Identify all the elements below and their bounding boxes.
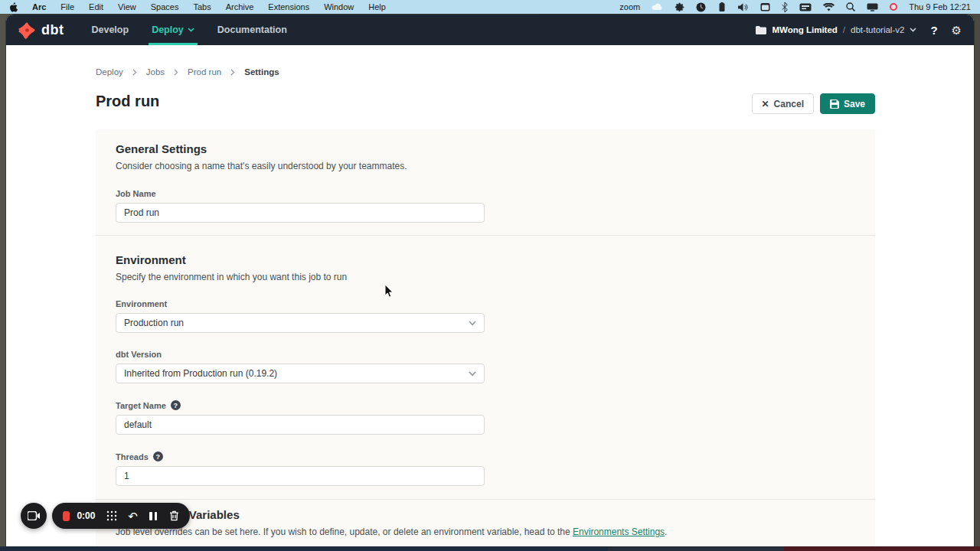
breadcrumb-deploy[interactable]: Deploy: [96, 67, 123, 77]
dbt-logo-icon: [18, 21, 36, 39]
breadcrumb-settings: Settings: [244, 67, 279, 77]
menubar-app-name[interactable]: Arc: [32, 2, 46, 11]
environment-section: Environment Specify the environment in w…: [96, 236, 875, 499]
zoom-menu-item[interactable]: zoom: [619, 2, 640, 11]
menubar-item-help[interactable]: Help: [368, 2, 386, 11]
project-name: dbt-tutorial-v2: [851, 25, 904, 34]
threads-help-icon[interactable]: ?: [153, 452, 163, 461]
general-settings-heading: General Settings: [116, 142, 855, 155]
environment-select[interactable]: Production run: [116, 313, 485, 333]
macos-menubar: Arc File Edit View Spaces Tabs Archive E…: [0, 0, 980, 14]
browser-window: dbt Develop Deploy Documentation MWong L…: [6, 15, 974, 546]
screen-recording-indicator-icon[interactable]: [890, 3, 897, 11]
menubar-item-spaces[interactable]: Spaces: [151, 2, 179, 11]
account-separator: /: [843, 25, 845, 34]
page-content: Deploy Jobs Prod run Settings Prod run ✕…: [6, 45, 974, 546]
camera-toggle-button[interactable]: [21, 503, 47, 529]
general-settings-description: Consider choosing a name that's easily u…: [116, 161, 855, 171]
pause-icon: [149, 512, 157, 520]
account-project-switcher[interactable]: MWong Limited / dbt-tutorial-v2: [756, 25, 916, 34]
dbt-logo-text: dbt: [41, 22, 64, 38]
menubar-item-edit[interactable]: Edit: [89, 2, 103, 11]
environment-description: Specify the environment in which you wan…: [116, 272, 855, 282]
job-name-input[interactable]: [116, 203, 485, 223]
dbt-version-label: dbt Version: [116, 350, 855, 359]
environment-variables-heading: Environment Variables: [116, 508, 855, 521]
wifi-status-icon[interactable]: [823, 3, 835, 11]
clock-status-icon[interactable]: [696, 2, 706, 12]
target-name-label: Target Name ?: [116, 400, 855, 410]
target-name-input[interactable]: [116, 415, 485, 435]
environment-select-label: Environment: [116, 299, 855, 308]
menubar-clock: Thu 9 Feb 12:21: [909, 2, 971, 11]
folder-icon: [756, 26, 766, 34]
environment-heading: Environment: [116, 253, 855, 266]
dbt-version-select[interactable]: Inherited from Production run (0.19.2): [116, 364, 485, 383]
general-settings-section: General Settings Consider choosing a nam…: [96, 129, 875, 235]
dbt-logo[interactable]: dbt: [18, 21, 64, 39]
environment-variables-description: Job level overrides can be set here. If …: [116, 527, 855, 537]
save-icon: [830, 99, 839, 109]
battery-status-icon[interactable]: [717, 2, 727, 12]
chevron-down-icon: [910, 28, 916, 32]
recording-toolbar: 0:00 ↶: [52, 503, 190, 529]
threads-input[interactable]: [116, 466, 485, 486]
account-name: MWong Limited: [772, 25, 837, 34]
breadcrumb-separator-icon: [174, 69, 178, 76]
menubar-item-window[interactable]: Window: [324, 2, 354, 11]
breadcrumb: Deploy Jobs Prod run Settings: [96, 67, 279, 77]
page-title: Prod run: [96, 93, 159, 110]
calendar-status-icon[interactable]: [760, 2, 770, 11]
stop-record-button[interactable]: [63, 511, 70, 521]
primary-nav: Develop Deploy Documentation: [91, 15, 286, 45]
breadcrumb-prod-run[interactable]: Prod run: [188, 67, 221, 77]
chevron-down-icon: [469, 371, 476, 377]
undo-icon: ↶: [128, 510, 138, 522]
bluetooth-status-icon[interactable]: [782, 2, 788, 12]
spotlight-search-icon[interactable]: [846, 2, 855, 11]
environments-settings-link[interactable]: Environments Settings: [573, 527, 665, 537]
breadcrumb-separator-icon: [230, 69, 235, 76]
video-camera-icon: [28, 511, 41, 520]
nav-deploy[interactable]: Deploy: [152, 15, 194, 45]
recording-timer: 0:00: [77, 510, 96, 521]
delete-recording-button[interactable]: [169, 509, 179, 523]
drag-handle-icon[interactable]: [106, 509, 117, 523]
display-mirroring-icon[interactable]: [867, 3, 878, 11]
close-icon: ✕: [762, 99, 769, 109]
job-settings-card: General Settings Consider choosing a nam…: [96, 129, 875, 546]
desktop-background-strip: [0, 546, 980, 551]
menubar-item-archive[interactable]: Archive: [226, 2, 254, 11]
breadcrumb-jobs[interactable]: Jobs: [146, 67, 165, 77]
menubar-item-file[interactable]: File: [60, 2, 74, 11]
menubar-item-view[interactable]: View: [118, 2, 136, 11]
chevron-down-icon: [188, 28, 194, 32]
environment-variables-section: Environment Variables Job level override…: [96, 500, 875, 546]
volume-status-icon[interactable]: [738, 3, 749, 11]
pause-recording-button[interactable]: [149, 509, 158, 523]
threads-label: Threads ?: [116, 452, 855, 461]
settings-gear-status-icon[interactable]: [675, 2, 684, 12]
job-name-label: Job Name: [116, 189, 855, 198]
menubar-item-tabs[interactable]: Tabs: [193, 2, 211, 11]
trash-icon: [169, 510, 179, 521]
target-name-help-icon[interactable]: ?: [171, 400, 181, 410]
dbt-app-header: dbt Develop Deploy Documentation MWong L…: [6, 15, 974, 45]
nav-develop[interactable]: Develop: [91, 15, 129, 45]
breadcrumb-separator-icon: [132, 69, 137, 76]
chevron-down-icon: [469, 321, 476, 326]
menubar-item-extensions[interactable]: Extensions: [268, 2, 309, 11]
cancel-button[interactable]: ✕ Cancel: [752, 93, 814, 114]
gear-icon[interactable]: ⚙: [952, 24, 962, 36]
help-icon[interactable]: ?: [930, 24, 937, 37]
restart-recording-button[interactable]: ↶: [128, 509, 138, 523]
keyboard-layout-icon[interactable]: [799, 3, 812, 11]
nav-documentation[interactable]: Documentation: [217, 15, 287, 45]
save-button[interactable]: Save: [820, 93, 875, 114]
cloud-status-icon[interactable]: [652, 3, 663, 11]
apple-menu-icon[interactable]: [9, 2, 18, 12]
